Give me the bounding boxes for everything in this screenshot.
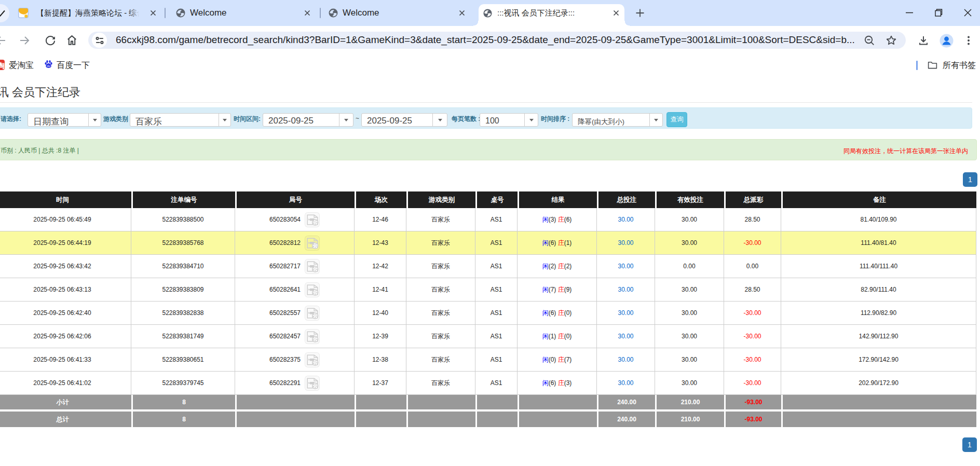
svg-text:du: du xyxy=(47,64,50,67)
